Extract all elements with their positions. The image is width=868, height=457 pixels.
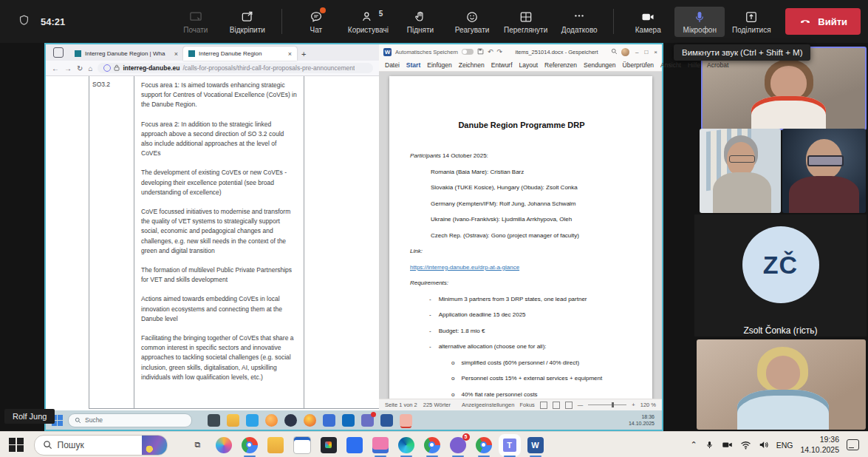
outlook-icon[interactable]: [342, 414, 355, 427]
camera-button[interactable]: Камера: [623, 7, 673, 37]
tray-microphone-icon[interactable]: [705, 440, 714, 450]
word-menu-item[interactable]: Datei: [385, 61, 400, 69]
shared-search-box[interactable]: Suche: [68, 413, 192, 427]
word-menu-item[interactable]: Referenzen: [544, 61, 577, 69]
video-tile-participant[interactable]: [782, 129, 866, 213]
word-menu-item[interactable]: Überprüfen: [623, 61, 655, 69]
view-button[interactable]: Переглянути: [499, 7, 553, 37]
firefox-icon[interactable]: [304, 414, 316, 427]
tray-chevron-icon[interactable]: ⌃: [690, 440, 697, 450]
home-icon[interactable]: ⌂: [88, 64, 92, 72]
zoom-out-icon[interactable]: —: [578, 402, 584, 408]
teams-icon[interactable]: [361, 414, 374, 427]
tab-close-icon[interactable]: ×: [174, 50, 178, 58]
word-menu-item[interactable]: Einfügen: [427, 61, 452, 69]
activeapp-icon[interactable]: [400, 414, 412, 427]
maximize-button[interactable]: □: [644, 49, 648, 55]
word-menu-item[interactable]: Hilfe: [688, 61, 700, 69]
start-presenting-button[interactable]: Почати: [171, 7, 221, 37]
p365-icon[interactable]: [321, 437, 337, 453]
save-icon[interactable]: [477, 48, 484, 56]
chrome-icon[interactable]: [424, 437, 440, 453]
language-indicator[interactable]: ENG: [776, 441, 793, 450]
more-actions-button[interactable]: Додатково: [554, 7, 604, 37]
taskview-icon[interactable]: ⧉: [190, 437, 206, 453]
display-settings-label[interactable]: Anzeigeeinstellungen: [462, 402, 514, 408]
browser-tab[interactable]: Interreg Danube Region ×: [183, 47, 297, 61]
unpin-button[interactable]: Відкріпити: [222, 7, 273, 37]
chrome-icon[interactable]: [242, 437, 258, 453]
shared-tray-clock[interactable]: 18:36 14.10.2025: [629, 413, 656, 427]
tray-speaker-icon[interactable]: [759, 440, 769, 450]
reload-icon[interactable]: ↻: [77, 64, 83, 72]
word-icon[interactable]: [380, 414, 393, 427]
teams-icon[interactable]: T: [502, 437, 518, 453]
autosave-toggle[interactable]: [462, 49, 474, 55]
avatar-tile-guest[interactable]: ZČ: [694, 214, 867, 336]
word-count[interactable]: 225 Wörter: [423, 402, 451, 408]
viber-icon[interactable]: 5: [450, 437, 466, 453]
search-icon[interactable]: [611, 48, 618, 56]
video-tile-participant[interactable]: [697, 339, 866, 430]
word-menu-item[interactable]: Sendungen: [584, 61, 616, 69]
copilot-icon[interactable]: [216, 437, 232, 453]
redo-icon[interactable]: ↷: [497, 48, 503, 55]
notification-center-icon[interactable]: [847, 439, 859, 450]
tray-wifi-icon[interactable]: [740, 441, 751, 450]
word-icon[interactable]: W: [527, 437, 544, 453]
tray-camera-icon[interactable]: [722, 440, 733, 450]
microphone-button[interactable]: Мікрофон: [674, 7, 725, 37]
word-menu-item[interactable]: Ansicht: [660, 61, 681, 69]
close-button[interactable]: ×: [654, 49, 657, 55]
focus-mode-label[interactable]: Fokus: [519, 402, 534, 408]
start-button[interactable]: [9, 438, 24, 453]
chat-button[interactable]: Чат: [291, 7, 341, 37]
calendar-icon[interactable]: [293, 436, 311, 454]
orange-icon[interactable]: [265, 414, 278, 427]
floppy-icon[interactable]: [323, 414, 335, 427]
forward-icon[interactable]: →: [64, 64, 72, 72]
leave-meeting-button[interactable]: Вийти: [785, 8, 861, 35]
zoom-in-icon[interactable]: +: [632, 402, 635, 408]
lockapp-icon[interactable]: [284, 414, 297, 427]
search-highlight-image[interactable]: [142, 436, 167, 455]
taskbar-clock[interactable]: 19:36 14.10.2025: [800, 435, 839, 454]
word-menu-item[interactable]: Layout: [519, 61, 539, 69]
calc-icon[interactable]: [346, 437, 363, 453]
word-menu-item[interactable]: Zeichnen: [459, 61, 485, 69]
account-avatar[interactable]: [621, 48, 629, 56]
share-button[interactable]: Поділитися: [726, 7, 776, 37]
page-indicator[interactable]: Seite 1 von 2: [385, 402, 417, 408]
react-button[interactable]: Реагувати: [447, 7, 497, 37]
folder-icon[interactable]: [267, 437, 284, 453]
raise-hand-button[interactable]: Підняти: [395, 7, 445, 37]
read-mode-icon[interactable]: [540, 402, 547, 409]
address-bar[interactable]: interreg-danube.eu/calls-for-proposals/t…: [98, 63, 373, 73]
doc-hyperlink[interactable]: https://interreg-danube.eu/drp-at-a-glan…: [410, 264, 519, 271]
new-tab-button[interactable]: +: [301, 50, 306, 58]
taskbar-search-box[interactable]: Пошук: [34, 435, 168, 456]
browser-view-icon[interactable]: [53, 47, 64, 58]
print-layout-icon[interactable]: [553, 402, 560, 409]
edge-icon[interactable]: [398, 437, 414, 453]
word-menu-item[interactable]: Entwurf: [491, 61, 513, 69]
tab-close-icon[interactable]: ×: [288, 50, 292, 58]
folder-icon[interactable]: [227, 414, 239, 427]
zoom-level[interactable]: 120 %: [640, 402, 656, 408]
browser-tab[interactable]: Interreg Danube Region | Wha ×: [69, 47, 183, 61]
word-menu-item[interactable]: Start: [406, 61, 420, 69]
minimize-button[interactable]: –: [635, 49, 638, 55]
desktop-icon[interactable]: [208, 414, 220, 427]
web-layout-icon[interactable]: [565, 402, 573, 409]
participants-button[interactable]: 5 Користувачі: [343, 7, 394, 37]
word-page[interactable]: Danube Region Programme DRP Participants…: [389, 76, 652, 399]
word-menu-item[interactable]: Acrobat: [707, 61, 728, 69]
video-tile-participant[interactable]: [700, 129, 781, 213]
chrome-icon[interactable]: [476, 437, 492, 453]
store-icon[interactable]: [246, 414, 259, 427]
back-icon[interactable]: ←: [52, 64, 59, 72]
undo-icon[interactable]: ↶: [488, 48, 493, 55]
tracking-protection-icon[interactable]: [103, 64, 111, 72]
zoom-slider[interactable]: [588, 404, 626, 405]
floppy2-icon[interactable]: [372, 437, 389, 453]
